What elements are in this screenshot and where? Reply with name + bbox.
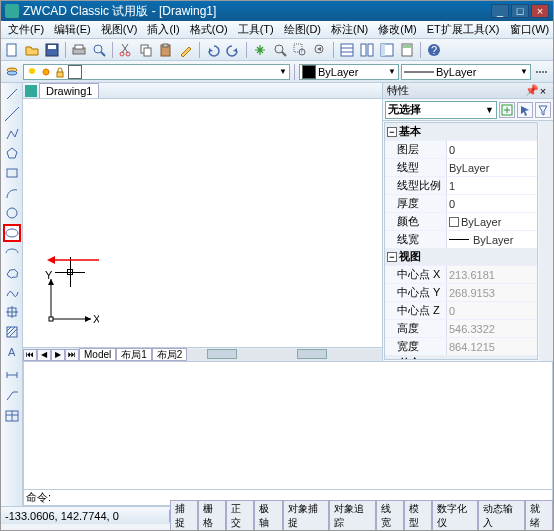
pan-button[interactable] [251, 41, 269, 59]
command-history[interactable] [23, 361, 553, 490]
ellipse-button[interactable] [3, 224, 21, 242]
paste-button[interactable] [157, 41, 175, 59]
prop-row[interactable]: 厚度0 [385, 194, 537, 212]
drawing-tab[interactable]: Drawing1 [39, 83, 99, 98]
status-toggle[interactable]: 极轴 [254, 500, 282, 532]
menu-view[interactable]: 视图(V) [96, 21, 143, 38]
expand-icon[interactable]: − [387, 359, 397, 361]
prop-row[interactable]: 颜色ByLayer [385, 212, 537, 230]
leader-button[interactable] [3, 386, 21, 404]
prop-row[interactable]: 宽度864.1215 [385, 337, 537, 355]
prop-value[interactable]: ByLayer [447, 213, 537, 230]
properties-close-button[interactable]: × [537, 85, 549, 97]
status-toggle[interactable]: 正交 [226, 500, 254, 532]
properties-scrollbar[interactable] [539, 121, 553, 361]
status-toggle[interactable]: 捕捉 [170, 500, 198, 532]
toolpalettes-button[interactable] [378, 41, 396, 59]
spline-button[interactable] [3, 284, 21, 302]
layout2-tab[interactable]: 布局2 [152, 348, 188, 361]
revcloud-button[interactable] [3, 264, 21, 282]
prop-row[interactable]: 线型比例1 [385, 176, 537, 194]
new-button[interactable] [3, 41, 21, 59]
expand-icon[interactable]: − [387, 127, 397, 137]
prop-row[interactable]: 线宽ByLayer [385, 230, 537, 248]
menu-file[interactable]: 文件(F) [3, 21, 49, 38]
undo-button[interactable] [204, 41, 222, 59]
prop-value[interactable]: 0 [447, 141, 537, 158]
ltscale-button[interactable] [533, 63, 551, 81]
prop-row[interactable]: 图层0 [385, 140, 537, 158]
zoom-realtime-button[interactable] [271, 41, 289, 59]
properties-button[interactable] [338, 41, 356, 59]
pline-button[interactable] [3, 125, 21, 143]
arc-button[interactable] [3, 184, 21, 202]
dimension-button[interactable] [3, 365, 21, 383]
hatch-button[interactable] [3, 323, 21, 341]
expand-icon[interactable]: − [387, 252, 397, 262]
status-toggle[interactable]: 动态输入 [478, 500, 524, 532]
prop-row[interactable]: 中心点 Y268.9153 [385, 283, 537, 301]
linetype-dropdown[interactable]: ByLayer ▼ [401, 64, 531, 80]
line-button[interactable] [3, 85, 21, 103]
zoom-window-button[interactable] [291, 41, 309, 59]
prop-value[interactable]: ByLayer [447, 159, 537, 176]
prop-value[interactable]: 0 [447, 195, 537, 212]
status-toggle[interactable]: 线宽 [376, 500, 404, 532]
menu-window[interactable]: 窗口(W) [505, 21, 554, 38]
layout1-tab[interactable]: 布局1 [116, 348, 152, 361]
menu-ettools[interactable]: ET扩展工具(X) [422, 21, 505, 38]
preview-button[interactable] [90, 41, 108, 59]
table-button[interactable] [3, 407, 21, 425]
polygon-button[interactable] [3, 145, 21, 163]
xline-button[interactable] [3, 105, 21, 123]
hscroll-thumb-2[interactable] [297, 349, 327, 359]
canvas[interactable]: X Y [23, 99, 382, 347]
status-toggle[interactable]: 数字化仪 [432, 500, 478, 532]
hscroll-thumb[interactable] [207, 349, 237, 359]
layer-manager-button[interactable] [3, 63, 21, 81]
zoom-previous-button[interactable] [311, 41, 329, 59]
tab-next-button[interactable]: ▶ [51, 349, 65, 361]
status-toggle[interactable]: 模型 [404, 500, 432, 532]
copy-button[interactable] [137, 41, 155, 59]
maximize-button[interactable]: □ [511, 4, 529, 18]
status-toggle[interactable]: 对象追踪 [329, 500, 375, 532]
properties-pin-button[interactable]: 📌 [525, 84, 537, 97]
rectangle-button[interactable] [3, 164, 21, 182]
prop-group[interactable]: −其它 [385, 355, 537, 360]
menu-insert[interactable]: 插入(I) [142, 21, 184, 38]
calculator-button[interactable] [398, 41, 416, 59]
close-button[interactable]: × [531, 4, 549, 18]
quickselect-button[interactable] [535, 102, 551, 118]
text-button[interactable]: A [3, 343, 21, 361]
open-button[interactable] [23, 41, 41, 59]
prop-value[interactable]: ByLayer [447, 231, 537, 248]
tab-first-button[interactable]: ⏮ [23, 349, 37, 361]
prop-value[interactable]: 1 [447, 177, 537, 194]
prop-row[interactable]: 中心点 X213.6181 [385, 265, 537, 283]
menu-format[interactable]: 格式(O) [185, 21, 233, 38]
menu-tools[interactable]: 工具(T) [233, 21, 279, 38]
status-toggle[interactable]: 就绪 [525, 500, 553, 532]
help-button[interactable]: ? [425, 41, 443, 59]
prop-row[interactable]: 线型ByLayer [385, 158, 537, 176]
prop-group[interactable]: −基本 [385, 123, 537, 140]
model-tab[interactable]: Model [79, 348, 116, 361]
redo-button[interactable] [224, 41, 242, 59]
cut-button[interactable] [117, 41, 135, 59]
tab-prev-button[interactable]: ◀ [37, 349, 51, 361]
designcenter-button[interactable] [358, 41, 376, 59]
ellipsearc-button[interactable] [3, 244, 21, 262]
coordinates[interactable]: -133.0606, 142.7744, 0 [1, 510, 170, 522]
menu-modify[interactable]: 修改(M) [373, 21, 422, 38]
save-button[interactable] [43, 41, 61, 59]
prop-row[interactable]: 高度546.3322 [385, 319, 537, 337]
insert-button[interactable] [3, 303, 21, 321]
print-button[interactable] [70, 41, 88, 59]
status-toggle[interactable]: 栅格 [198, 500, 226, 532]
selection-dropdown[interactable]: 无选择 ▼ [385, 101, 497, 119]
prop-group[interactable]: −视图 [385, 248, 537, 265]
matchprop-button[interactable] [177, 41, 195, 59]
color-dropdown[interactable]: ByLayer ▼ [299, 64, 399, 80]
prop-row[interactable]: 中心点 Z0 [385, 301, 537, 319]
